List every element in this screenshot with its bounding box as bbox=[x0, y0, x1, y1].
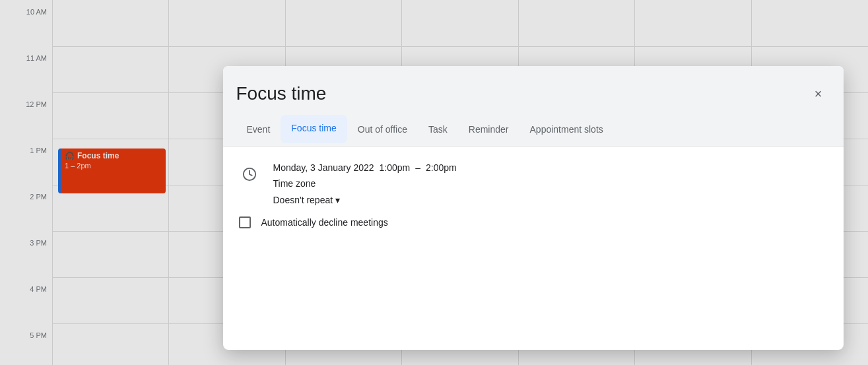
modal-body: Monday, 3 January 2022 1:00pm – 2:00pm T… bbox=[223, 147, 844, 244]
event-date: Monday, 3 January 2022 bbox=[273, 162, 374, 173]
event-end-time: 2:00pm bbox=[426, 162, 457, 173]
tab-task[interactable]: Task bbox=[418, 116, 458, 145]
repeat-row: Doesn't repeat ▾ bbox=[273, 194, 828, 206]
timezone-link[interactable]: Time zone bbox=[273, 178, 828, 189]
tab-appointment-slots[interactable]: Appointment slots bbox=[519, 116, 614, 145]
datetime-line: Monday, 3 January 2022 1:00pm – 2:00pm bbox=[273, 162, 828, 173]
clock-icon bbox=[239, 164, 260, 185]
tab-reminder[interactable]: Reminder bbox=[458, 116, 519, 145]
datetime-row: Monday, 3 January 2022 1:00pm – 2:00pm T… bbox=[239, 162, 828, 206]
repeat-button[interactable]: Doesn't repeat ▾ bbox=[273, 195, 341, 205]
modal-overlay: Focus time × Event Focus time Out of off… bbox=[0, 0, 868, 365]
tab-event[interactable]: Event bbox=[236, 116, 281, 145]
decline-meetings-row: Automatically decline meetings bbox=[239, 216, 828, 228]
tabs-bar: Event Focus time Out of office Task Remi… bbox=[223, 115, 844, 147]
datetime-content: Monday, 3 January 2022 1:00pm – 2:00pm T… bbox=[273, 162, 828, 206]
chevron-down-icon: ▾ bbox=[335, 195, 340, 205]
modal-title: Focus time bbox=[236, 77, 327, 115]
tab-out-of-office[interactable]: Out of office bbox=[347, 116, 418, 145]
tab-focus-time[interactable]: Focus time bbox=[281, 115, 347, 143]
event-start-time: 1:00pm bbox=[380, 162, 411, 173]
close-button[interactable]: × bbox=[807, 82, 830, 106]
repeat-label: Doesn't repeat bbox=[273, 195, 333, 205]
decline-meetings-checkbox[interactable] bbox=[239, 216, 251, 228]
modal-header: Focus time × bbox=[223, 66, 844, 115]
event-modal: Focus time × Event Focus time Out of off… bbox=[223, 66, 844, 350]
time-separator: – bbox=[415, 162, 420, 173]
decline-meetings-label: Automatically decline meetings bbox=[261, 217, 388, 228]
